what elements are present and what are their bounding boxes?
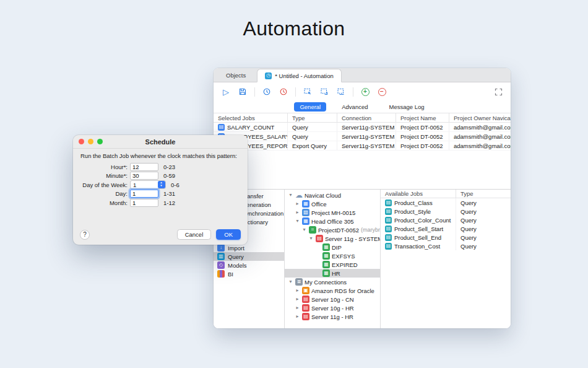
table-row[interactable]: SALARY_COUNT Query Server11g-SYSTEM Proj… [214,123,511,132]
tree-item-exfsys[interactable]: EXFSYS [285,252,380,260]
query-icon [385,243,392,250]
list-item[interactable]: Product_Color_CountQuery [381,216,511,224]
lower-panes: Data Transfer Data Generation Data Synch… [214,189,511,328]
tree-item-label: DIP [332,244,342,251]
tree-item-dip[interactable]: DIP [285,243,380,252]
chevron-right-icon[interactable] [295,210,300,215]
chevron-down-icon[interactable] [295,219,300,224]
tab-general[interactable]: General [294,102,326,112]
chevron-down-icon[interactable] [288,279,293,284]
tree-item-project-mh-0015[interactable]: Project MH-0015 [285,208,380,217]
tree-item-label: Navicat Cloud [305,192,341,199]
available-job-name: Product_Color_Count [394,217,451,224]
job-name: SALARY_COUNT [227,124,274,131]
tree-item-label: Amazon RDS for Oracle [311,287,374,294]
minute-input[interactable] [130,172,158,180]
select-jobs-button[interactable] [303,87,313,97]
tree-item-server-11g-system[interactable]: Server 11g - SYSTEM [285,234,380,243]
job-connection: Server11g-SYSTEM [337,132,396,141]
weekday-label: Day of the Week: [73,182,128,188]
tree-item-my-connections[interactable]: My Connections [285,278,380,286]
zoom-button[interactable] [97,139,103,144]
set-schedule-button[interactable] [262,87,272,97]
invert-selection-button[interactable] [336,87,346,97]
connection-tree-pane: Navicat Cloud Office Project MH-0015 Hea… [285,190,381,328]
chevron-down-icon[interactable] [301,227,307,232]
minute-field-row: Minute*: 0-59 [73,172,248,180]
available-job-name: Product_Sell_End [394,234,441,241]
minute-label: Minute*: [73,172,128,179]
save-button[interactable] [238,87,248,97]
page-title: Automation [0,17,588,40]
tree-item-projectdt-0052[interactable]: ProjectDT-0052(marybrown... [285,226,380,234]
available-job-name: Product_Sell_Start [394,226,443,232]
cancel-button[interactable]: Cancel [177,229,212,240]
tree-item-office[interactable]: Office [285,199,380,208]
tree-item-server-11g-hr[interactable]: Server 11g - HR [285,312,380,321]
list-item[interactable]: Product_ClassQuery [381,198,511,207]
list-item[interactable]: Transaction_CostQuery [381,242,511,250]
chevron-right-icon[interactable] [295,305,300,310]
dialog-description: Run the Batch Job whenever the clock mat… [73,149,248,162]
tree-item-suffix: (marybrown... [361,227,381,233]
list-item[interactable]: Product_Sell_StartQuery [381,224,511,233]
table-row[interactable]: EMPLOYEES_REPORT Export Query Server11g-… [214,141,511,151]
tab-objects[interactable]: Objects [215,68,257,82]
plus-circle-icon: + [361,88,370,96]
day-input[interactable] [130,190,158,198]
query-icon [385,234,392,241]
query-icon [385,226,392,232]
minimize-button[interactable] [88,139,93,144]
clock-icon [262,87,271,96]
list-item[interactable]: Product_Sell_EndQuery [381,233,511,242]
fullscreen-button[interactable] [493,87,503,97]
tab-untitled-automation[interactable]: * Untitled - Automation [257,69,342,82]
available-jobs-header: Available Jobs Type [381,190,511,198]
tree-item-label: Project MH-0015 [311,209,355,216]
deselect-jobs-button[interactable] [319,87,329,97]
month-range: 1-12 [163,199,175,206]
chevron-right-icon[interactable] [295,297,300,302]
day-of-week-value: 1 [133,182,136,188]
table-row[interactable]: EMPLOYEES_SALARY Query Server11g-SYSTEM … [214,132,511,141]
job-project: Project DT-0052 [396,132,449,141]
selection-box-icon [320,87,329,96]
tree-item-server-10g-cn[interactable]: Server 10g - CN [285,295,380,304]
ok-button[interactable]: OK [216,229,241,240]
day-of-week-select[interactable]: 1 ▲▼ [130,180,166,189]
help-button[interactable]: ? [80,230,90,240]
chevron-down-icon[interactable] [288,193,293,198]
chevron-right-icon[interactable] [295,314,300,319]
job-type-bi[interactable]: BI [214,269,284,278]
chevron-right-icon[interactable] [295,288,300,293]
job-type-label: BI [228,271,233,278]
hour-input[interactable] [130,163,158,171]
tree-item-hr[interactable]: HR [285,269,380,278]
tree-item-label: Office [311,201,327,208]
tab-advanced[interactable]: Advanced [336,102,373,112]
day-range: 1-31 [163,190,175,197]
job-type-query[interactable]: Query [214,252,284,261]
close-button[interactable] [79,139,84,144]
month-label: Month: [73,199,128,206]
list-item[interactable]: Product_StyleQuery [381,207,511,216]
tree-item-label: ProjectDT-0052 [318,227,359,234]
delete-schedule-button[interactable] [279,87,288,97]
tab-message-log[interactable]: Message Log [384,102,430,112]
remove-job-button[interactable]: − [377,87,387,97]
toolbar-separator [295,87,296,97]
chevron-down-icon[interactable] [308,236,314,241]
available-job-type: Query [456,233,511,242]
month-input[interactable] [130,199,158,207]
job-type-models[interactable]: Models [214,261,284,269]
tree-item-amazon-rds-for-oracle[interactable]: Amazon RDS for Oracle [285,286,380,295]
run-button[interactable]: ▷ [221,87,231,97]
clock-delete-icon [279,87,288,96]
tree-item-server-10g-hr[interactable]: Server 10g - HR [285,304,380,312]
job-type-import[interactable]: Import [214,243,284,252]
chevron-right-icon[interactable] [295,201,300,206]
tree-item-head-office-305[interactable]: Head Office 305 [285,217,380,226]
add-job-button[interactable]: + [360,87,370,97]
tree-item-expired[interactable]: EXPIRED [285,260,380,269]
tree-item-navicat-cloud[interactable]: Navicat Cloud [285,191,380,199]
